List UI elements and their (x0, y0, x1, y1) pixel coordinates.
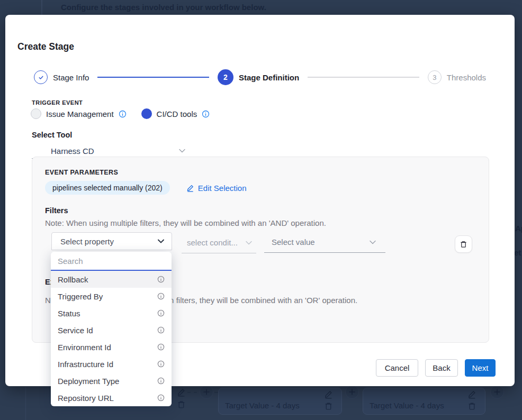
modal-title: Create Stage (17, 41, 74, 52)
trigger-event-label: TRIGGER EVENT (32, 99, 83, 106)
dropdown-item-status[interactable]: Status (51, 305, 172, 322)
condition-select-placeholder: select condit... (187, 238, 238, 247)
dropdown-item-deployment-type[interactable]: Deployment Type (51, 372, 172, 389)
back-button[interactable]: Back (425, 359, 458, 377)
trash-icon (460, 240, 467, 248)
create-stage-modal: Create Stage Stage Info 2 Stage Definiti… (5, 15, 515, 386)
add-stage-plus-icon (490, 385, 504, 399)
property-select-placeholder: Select property (60, 237, 114, 246)
chevron-down-icon (158, 239, 164, 243)
stepper: Stage Info 2 Stage Definition 3 Threshol… (34, 69, 486, 86)
step-connector (97, 77, 209, 78)
dropdown-item-environment-id[interactable]: Environment Id (51, 339, 172, 355)
dropdown-item-label: Triggered By (58, 292, 157, 301)
trash-icon (324, 401, 333, 410)
edit-pencil-icon (177, 388, 186, 397)
workflow-connector (187, 392, 197, 393)
step-stage-definition[interactable]: 2 Stage Definition (218, 69, 299, 85)
dropdown-item-label: Service Id (58, 326, 157, 335)
info-icon[interactable] (157, 293, 165, 300)
dropdown-item-infrastructure-id[interactable]: Infrastructure Id (51, 355, 172, 372)
dropdown-item-label: Infrastructure Id (58, 360, 157, 369)
chevron-down-icon (370, 240, 376, 244)
stage-card-title: Target Value - 4 days (370, 401, 444, 410)
info-icon[interactable] (157, 360, 165, 368)
dropdown-item-rollback[interactable]: Rollback (51, 271, 172, 288)
step-connector (308, 77, 419, 78)
background-subtitle: Configure the stages involved in your wo… (61, 3, 266, 12)
radio-label: CI/CD tools (157, 109, 197, 118)
info-icon[interactable] (202, 110, 210, 118)
step-stage-info[interactable]: Stage Info (34, 70, 89, 84)
edit-pencil-icon (186, 184, 194, 192)
step-label: Stage Info (53, 73, 89, 82)
trash-icon (177, 400, 186, 409)
select-tool-label: Select Tool (32, 131, 72, 139)
dropdown-item-service-id[interactable]: Service Id (51, 322, 172, 339)
value-select[interactable]: Select value (264, 232, 385, 253)
radio-unselected-icon[interactable] (31, 108, 41, 119)
info-icon[interactable] (119, 110, 127, 118)
screen: Configure the stages involved in your wo… (0, 0, 522, 420)
radio-cicd-tools[interactable]: CI/CD tools (141, 108, 210, 119)
background-clipped-text: Ap (515, 224, 522, 233)
step-number: 2 (218, 69, 233, 85)
search-input[interactable] (58, 257, 165, 266)
dropdown-search (51, 252, 172, 271)
step-number: 3 (428, 70, 442, 84)
cancel-button[interactable]: Cancel (376, 359, 418, 377)
dropdown-item-label: Repository URL (58, 394, 157, 403)
radio-issue-management[interactable]: Issue Management (31, 108, 127, 119)
value-select-placeholder: Select value (272, 238, 315, 246)
info-icon[interactable] (157, 394, 165, 401)
radio-selected-icon[interactable] (141, 108, 152, 119)
dropdown-item-label: Deployment Type (58, 377, 157, 386)
filters-heading: Filters (45, 206, 68, 215)
step-thresholds[interactable]: 3 Thresholds (428, 70, 486, 84)
edit-pencil-icon (324, 390, 333, 399)
condition-select[interactable]: select condit... (182, 232, 256, 253)
delete-filter-button[interactable] (455, 235, 472, 253)
dropdown-item-triggered-by[interactable]: Triggered By (51, 288, 172, 305)
modal-footer: Cancel Back Next (376, 359, 496, 377)
background-column-divider (25, 387, 26, 420)
property-dropdown: Rollback Triggered By Status Service Id … (51, 252, 172, 406)
dropdown-item-label: Status (58, 309, 157, 318)
filters-note: Note: When using multiple filters, they … (45, 218, 326, 227)
selection-pill: pipelines selected manually (202) (45, 181, 170, 195)
edit-selection-label: Edit Selection (198, 184, 247, 193)
edit-pencil-icon (467, 390, 476, 399)
info-icon[interactable] (157, 309, 165, 317)
next-button[interactable]: Next (465, 359, 496, 377)
background-clipped-text: et (514, 248, 521, 257)
info-icon[interactable] (157, 276, 165, 283)
event-parameters-heading: EVENT PARAMETERS (45, 169, 118, 176)
stage-card-title: Target Value - 4 days (225, 401, 300, 410)
info-icon[interactable] (157, 326, 165, 334)
chevron-down-icon (246, 241, 252, 245)
info-icon[interactable] (157, 377, 165, 385)
info-icon[interactable] (157, 343, 165, 351)
add-stage-plus-icon (345, 385, 359, 399)
step-label: Thresholds (447, 73, 486, 82)
background-divider (41, 0, 42, 16)
radio-label: Issue Management (46, 109, 114, 118)
dropdown-item-repository-url[interactable]: Repository URL (51, 389, 172, 406)
stage-card: Target Value - 4 days (363, 388, 485, 415)
trigger-event-options: Issue Management CI/CD tools (31, 108, 210, 119)
edit-selection-link[interactable]: Edit Selection (186, 184, 247, 193)
trash-icon (467, 401, 476, 410)
check-icon (34, 70, 48, 84)
property-select[interactable]: Select property (51, 232, 172, 250)
stage-card: Target Value - 4 days (218, 388, 342, 415)
add-stage-plus-icon (200, 385, 213, 399)
dropdown-item-label: Rollback (58, 275, 157, 284)
step-label: Stage Definition (239, 73, 299, 82)
tool-select-value: Harness CD (51, 147, 94, 156)
chevron-down-icon (179, 149, 185, 153)
dropdown-item-label: Environment Id (58, 343, 157, 352)
